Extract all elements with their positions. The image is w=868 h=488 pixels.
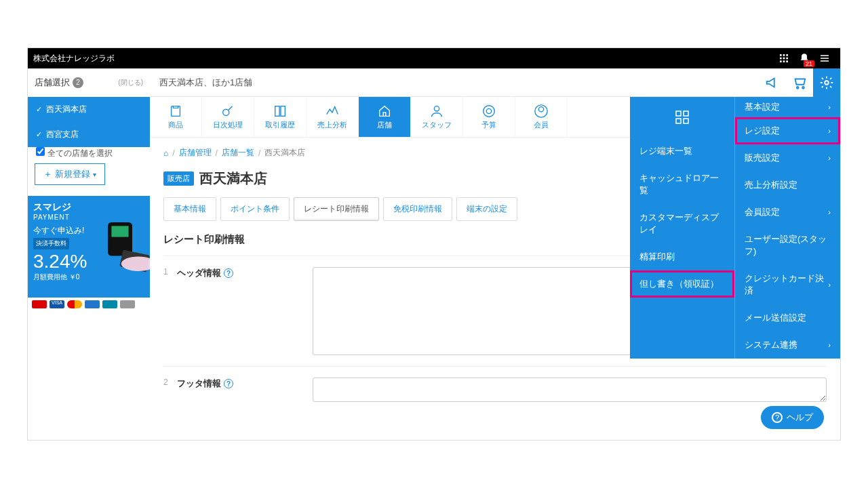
select-all-stores[interactable]: 全ての店舗を選択 xyxy=(28,142,121,165)
tab-terminal[interactable]: 端末の設定 xyxy=(456,197,517,221)
tab-basic[interactable]: 基本情報 xyxy=(163,197,216,221)
menu-regi-list[interactable]: レジ端末一覧 xyxy=(630,138,734,165)
card-brands: VISA xyxy=(28,298,150,311)
footer-textarea[interactable] xyxy=(313,378,827,402)
menu-user-settings[interactable]: ユーザー設定(スタッフ) xyxy=(735,226,840,265)
nav-budget[interactable]: 予算 xyxy=(463,97,515,137)
card-reader-icon xyxy=(96,216,150,277)
nav-staff[interactable]: スタッフ xyxy=(411,97,463,137)
breadcrumb-a[interactable]: 店舗管理 xyxy=(179,147,212,159)
svg-point-17 xyxy=(223,109,229,115)
menu-settlement-print[interactable]: 精算印刷 xyxy=(630,243,734,270)
breadcrumb-current: 西天満本店 xyxy=(264,147,305,159)
breadcrumb-b[interactable]: 店舗一覧 xyxy=(222,147,254,159)
svg-rect-4 xyxy=(783,58,785,60)
tab-receipt[interactable]: レシート印刷情報 xyxy=(294,197,379,221)
menu-sales-settings[interactable]: 販売設定› xyxy=(735,144,840,171)
gear-icon[interactable] xyxy=(813,68,840,97)
store-tag: 販売店 xyxy=(163,171,194,186)
svg-rect-6 xyxy=(780,60,782,62)
svg-point-22 xyxy=(486,108,491,113)
svg-point-10 xyxy=(802,86,804,88)
tab-point[interactable]: ポイント条件 xyxy=(220,197,290,221)
svg-rect-18 xyxy=(275,106,279,117)
svg-point-11 xyxy=(825,81,829,85)
menu-proviso[interactable]: 但し書き（領収証） xyxy=(630,270,734,298)
svg-rect-3 xyxy=(780,58,782,60)
store-name: 西天満本店 xyxy=(199,169,267,188)
svg-point-20 xyxy=(434,106,439,111)
svg-point-9 xyxy=(797,86,799,88)
svg-rect-27 xyxy=(676,119,681,123)
menu-cashdrawer[interactable]: キャッシュドロア一覧 xyxy=(630,165,734,204)
company-name: 株式会社ナレッジラボ xyxy=(33,53,115,64)
svg-rect-8 xyxy=(786,60,788,62)
nav-members[interactable]: 会員 xyxy=(515,97,568,137)
menu-system-link[interactable]: システム連携› xyxy=(735,331,840,359)
nav-history[interactable]: 取引履歴 xyxy=(254,97,307,137)
menu-icon[interactable] xyxy=(814,48,835,68)
tab-taxfree[interactable]: 免税印刷情報 xyxy=(383,197,452,221)
toolbar: 店舗選択 2 (閉じる) 西天満本店、ほか1店舗 xyxy=(28,68,840,97)
notif-badge: 21 xyxy=(804,60,814,67)
store-count: 2 xyxy=(73,77,83,88)
svg-point-21 xyxy=(484,106,495,117)
sidebar: 西天満本店 西宮支店 全ての店舗を選択 ＋ 新規登録 スマレジ PAYMENT … xyxy=(28,97,150,311)
nav-store[interactable]: 店舗 xyxy=(359,97,411,137)
announce-icon[interactable] xyxy=(759,68,786,97)
svg-rect-28 xyxy=(684,119,688,123)
nav-daily[interactable]: 日次処理 xyxy=(202,97,254,137)
help-button[interactable]: ?ヘルプ xyxy=(761,406,824,429)
nav-analytics[interactable]: 売上分析 xyxy=(307,97,359,137)
svg-rect-5 xyxy=(786,58,788,60)
svg-point-23 xyxy=(538,107,543,112)
menu-member-settings[interactable]: 会員設定› xyxy=(735,199,840,226)
topbar: 株式会社ナレッジラボ 21 xyxy=(28,48,840,68)
bell-icon[interactable]: 21 xyxy=(794,48,814,68)
grid-icon[interactable] xyxy=(630,97,734,138)
svg-rect-25 xyxy=(676,111,681,116)
menu-display[interactable]: カスタマーディスプレイ xyxy=(630,204,734,243)
menu-analytics-settings[interactable]: 売上分析設定 xyxy=(735,171,840,199)
svg-rect-19 xyxy=(281,106,285,117)
store-selector[interactable]: 店舗選択 2 (閉じる) xyxy=(28,68,150,97)
store-close[interactable]: (閉じる) xyxy=(118,78,143,87)
help-icon[interactable]: ? xyxy=(224,379,233,388)
nav-products[interactable]: 商品 xyxy=(150,97,202,137)
svg-rect-13 xyxy=(111,226,128,237)
settings-menu: レジ端末一覧 キャッシュドロア一覧 カスタマーディスプレイ 精算印刷 但し書き（… xyxy=(630,97,840,359)
svg-rect-0 xyxy=(780,54,782,56)
svg-rect-2 xyxy=(786,54,788,56)
field-footer: 2 フッタ情報? xyxy=(163,366,827,413)
menu-card-settings[interactable]: クレジットカード決済› xyxy=(735,265,840,304)
svg-rect-1 xyxy=(783,54,785,56)
sidebar-store-0[interactable]: 西天満本店 xyxy=(28,97,150,122)
current-store-label: 西天満本店、ほか1店舗 xyxy=(150,77,262,89)
svg-rect-26 xyxy=(684,111,688,116)
menu-basic-settings[interactable]: 基本設定› xyxy=(735,97,840,117)
svg-rect-7 xyxy=(783,60,785,62)
new-register-button[interactable]: ＋ 新規登録 xyxy=(35,163,105,185)
menu-mail-settings[interactable]: メール送信設定 xyxy=(735,304,840,331)
home-icon[interactable]: ⌂ xyxy=(163,148,168,158)
cart-icon[interactable] xyxy=(786,68,813,97)
help-icon[interactable]: ? xyxy=(224,268,233,278)
menu-regi-settings[interactable]: レジ設定› xyxy=(735,117,840,144)
promo-banner[interactable]: スマレジ PAYMENT 今すぐ申込み! 決済手数料 3.24% 月額費用他 ￥… xyxy=(28,196,150,311)
apps-icon[interactable] xyxy=(774,48,794,68)
